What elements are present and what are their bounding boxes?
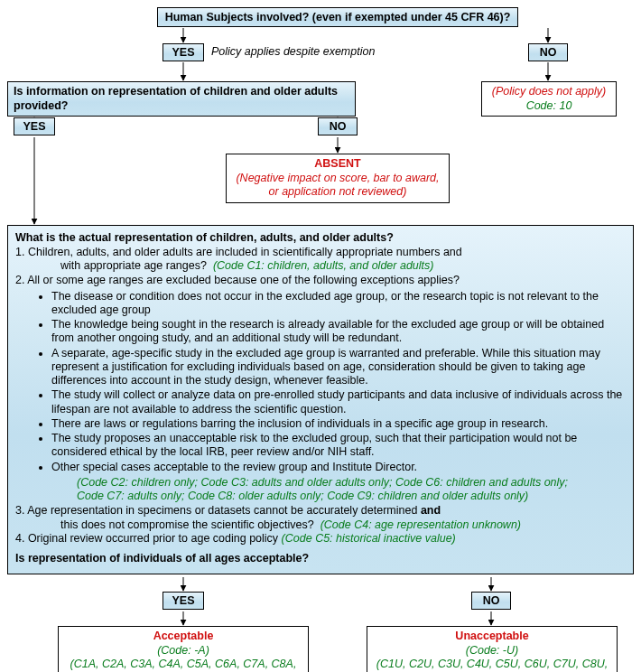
exception-4: The study will collect or analyze data o… [51, 388, 626, 416]
text: YES [23, 120, 45, 133]
p3and: and [421, 504, 441, 517]
note-exemption: Policy applies despite exemption [211, 45, 375, 58]
p3b: this does not compromise the scientific … [15, 518, 314, 531]
q-representation-detail: What is the actual representation of chi… [7, 225, 634, 574]
item-4: 4. Original review occurred prior to age… [15, 532, 626, 546]
answer-yes-1: YES [163, 43, 204, 61]
text: NO [540, 46, 557, 59]
acceptable-title: Acceptable [153, 630, 214, 642]
text-not-apply: (Policy does not apply) [492, 85, 606, 98]
answer-yes-3: YES [163, 592, 204, 610]
p1code: (Code C1: children, adults, and older ad… [213, 259, 434, 272]
exception-5: There are laws or regulations barring th… [51, 417, 626, 431]
q-acceptable: Is representation of individuals of all … [15, 552, 626, 566]
unacceptable-title: Unacceptable [455, 630, 528, 642]
text: YES [172, 594, 194, 607]
p3a: 3. Age representation in specimens or da… [15, 504, 417, 517]
big-title: What is the actual representation of chi… [15, 231, 626, 246]
unacceptable-list: (C1U, C2U, C3U, C4U, C5U, C6U, C7U, C8U,… [376, 658, 608, 672]
text: NO [483, 594, 500, 607]
answer-no-2: NO [318, 117, 358, 135]
p2code2: Code C7: adults only; Code C8: older adu… [15, 490, 626, 504]
text: Human Subjects involved? (even if exempt… [165, 11, 511, 23]
q-human-subjects: Human Subjects involved? (even if exempt… [157, 7, 518, 27]
text: YES [172, 46, 194, 59]
p4: 4. Original review occurred prior to age… [15, 532, 278, 545]
flowchart: Human Subjects involved? (even if exempt… [4, 4, 637, 670]
item-1: 1. Children, adults, and older adults ar… [15, 246, 626, 274]
result-acceptable: Acceptable (Code: -A) (C1A, C2A, C3A, C4… [58, 626, 309, 672]
absent-title: ABSENT [314, 157, 360, 170]
result-unacceptable: Unacceptable (Code: -U) (C1U, C2U, C3U, … [367, 626, 618, 672]
exception-1: The disease or condition does not occur … [51, 290, 626, 318]
unacceptable-code: (Code: -U) [466, 644, 518, 657]
result-absent: ABSENT (Negative impact on score, bar to… [226, 154, 450, 203]
answer-no-3: NO [471, 592, 511, 610]
p1a: 1. Children, adults, and older adults ar… [15, 246, 462, 258]
text: Is information on representation of chil… [14, 85, 338, 112]
exception-3: A separate, age-specific study in the ex… [51, 347, 626, 388]
p1b: with appropriate age ranges? [15, 259, 207, 272]
absent-detail: (Negative impact on score, bar to award,… [236, 172, 439, 199]
exception-6: The study proposes an unacceptable risk … [51, 432, 626, 460]
acceptable-list: (C1A, C2A, C3A, C4A, C5A, C6A, C7A, C8A,… [70, 658, 297, 672]
q-info-provided: Is information on representation of chil… [7, 81, 356, 117]
answer-no-1: NO [528, 43, 568, 61]
p2code1: (Code C2: children only; Code C3: adults… [15, 476, 626, 490]
text: NO [330, 120, 347, 133]
text-code-10: Code: 10 [526, 99, 572, 112]
p2a: 2. All or some age ranges are excluded b… [15, 274, 460, 286]
p4code: (Code C5: historical inactive value) [282, 532, 456, 545]
result-policy-not-apply: (Policy does not apply) Code: 10 [481, 81, 617, 117]
text: Policy applies despite exemption [211, 45, 375, 58]
exception-7: Other special cases acceptable to the re… [51, 461, 626, 474]
item-2: 2. All or some age ranges are excluded b… [15, 274, 626, 504]
acceptable-code: (Code: -A) [157, 644, 209, 657]
exception-list: The disease or condition does not occur … [15, 290, 626, 474]
exception-2: The knowledge being sought in the resear… [51, 318, 626, 346]
answer-yes-2: YES [14, 117, 55, 135]
p3code: (Code C4: age representation unknown) [320, 518, 521, 531]
item-3: 3. Age representation in specimens or da… [15, 504, 626, 532]
